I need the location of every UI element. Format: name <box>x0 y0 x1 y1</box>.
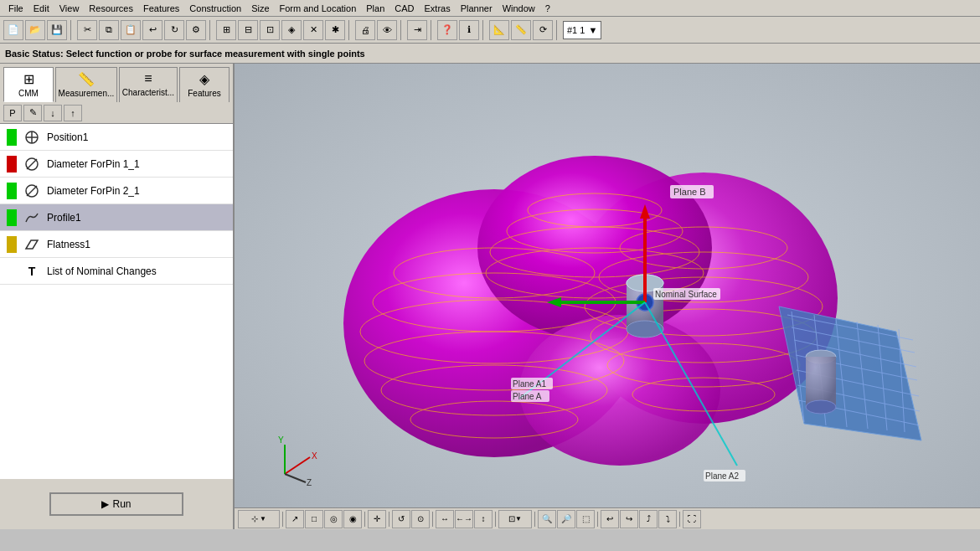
feature-color-diameter1 <box>7 156 17 173</box>
feature-color-flatness1 <box>7 236 17 253</box>
menu-extras[interactable]: Extras <box>420 2 456 15</box>
menu-window[interactable]: Window <box>498 2 540 15</box>
toolbar-b4[interactable]: ◈ <box>281 20 302 40</box>
dropdown-arrow-icon[interactable]: ▼ <box>588 25 597 35</box>
tab-cmm[interactable]: ⊞ CMM <box>3 67 54 102</box>
toolbar-paste[interactable]: 📋 <box>121 20 141 40</box>
toolbar-rotate[interactable]: ↻ <box>164 20 184 40</box>
feature-label-profile1: Profile1 <box>47 212 81 224</box>
toolbar-info[interactable]: ℹ <box>459 20 479 40</box>
bt-dropdown2[interactable]: ⊡ ▼ <box>498 510 532 528</box>
menu-help[interactable]: ? <box>540 2 555 15</box>
feature-item-nominal-changes[interactable]: T List of Nominal Changes <box>0 258 233 285</box>
toolbar-new[interactable]: 📄 <box>3 20 23 40</box>
svg-point-12 <box>519 315 720 466</box>
feature-item-flatness1[interactable]: Flatness1 <box>0 231 233 258</box>
menu-form-location[interactable]: Form and Location <box>275 2 362 15</box>
toolbar-print[interactable]: 🖨 <box>355 20 375 40</box>
menu-edit[interactable]: Edit <box>28 2 54 15</box>
toolbar-sep1 <box>70 20 74 40</box>
toolbar-b6[interactable]: ✱ <box>325 20 345 40</box>
toolbar-b5[interactable]: ✕ <box>303 20 323 40</box>
bt-zoom-window[interactable]: ⬚ <box>576 510 595 528</box>
bt-zoom-in[interactable]: 🔎 <box>557 510 575 528</box>
menu-planner[interactable]: Planner <box>456 2 498 15</box>
bt-btn3[interactable]: ◎ <box>324 510 343 528</box>
menu-resources[interactable]: Resources <box>84 2 138 15</box>
menu-construction[interactable]: Construction <box>184 2 246 15</box>
bt-translate[interactable]: ↔ <box>436 510 454 528</box>
menu-view[interactable]: View <box>54 2 85 15</box>
tab-characteristics[interactable]: ≡ Characterist... <box>119 67 178 102</box>
bt-rotate-down[interactable]: ⤵ <box>658 510 677 528</box>
bt-sep1 <box>282 512 283 527</box>
toolbar-undo[interactable]: ↩ <box>142 20 162 40</box>
pointer-dropdown-icon[interactable]: ▼ <box>260 515 266 523</box>
position-icon <box>23 129 40 146</box>
menu-file[interactable]: File <box>3 2 28 15</box>
up-icon: ↑ <box>70 108 75 118</box>
bt-fullscreen[interactable]: ⛶ <box>683 510 701 528</box>
panel-up-btn[interactable]: ↑ <box>64 105 82 121</box>
bt-rotate-right[interactable]: ↪ <box>620 510 638 528</box>
bt-btn6[interactable]: ↺ <box>392 510 410 528</box>
bt-rotate-up[interactable]: ⤴ <box>639 510 658 528</box>
menu-cad[interactable]: CAD <box>389 2 419 15</box>
toolbar-measure2[interactable]: 📏 <box>511 20 531 40</box>
toolbar-measure1[interactable]: 📐 <box>489 20 509 40</box>
toolbar-dropdown[interactable]: #1 1 ▼ <box>563 21 601 39</box>
svg-text:Plane A2: Plane A2 <box>705 471 739 481</box>
tab-features[interactable]: ◈ Features <box>179 67 230 102</box>
tab-cmm-label: CMM <box>18 89 39 98</box>
menu-features[interactable]: Features <box>138 2 184 15</box>
toolbar-copy[interactable]: ⧉ <box>99 20 119 40</box>
toolbar-open[interactable]: 📂 <box>25 20 45 40</box>
bt-sep4 <box>432 512 433 527</box>
panel-pencil-btn[interactable]: ✎ <box>23 105 42 121</box>
bt-btn7[interactable]: ⊙ <box>411 510 430 528</box>
bt-btn2[interactable]: □ <box>305 510 323 528</box>
bt-rotate-left[interactable]: ↩ <box>601 510 619 528</box>
viewport[interactable]: Plane B Nominal Surface Plane A1 Plane A… <box>235 64 980 529</box>
toolbar-sep7 <box>556 20 560 40</box>
bt-pointer[interactable]: ⊹ ▼ <box>238 510 280 528</box>
toolbar-b3[interactable]: ⊡ <box>260 20 280 40</box>
status-bar: Basic Status: Select function or probe f… <box>0 44 980 64</box>
toolbar-preview[interactable]: 👁 <box>377 20 397 40</box>
bt-translate3[interactable]: ↕ <box>474 510 493 528</box>
panel-p-btn[interactable]: P <box>3 105 22 121</box>
toolbar-save[interactable]: 💾 <box>47 20 67 40</box>
bt-btn5[interactable]: ✛ <box>368 510 386 528</box>
toolbar-measure3[interactable]: ⟳ <box>533 20 553 40</box>
bt-sep5 <box>495 512 496 527</box>
toolbar-b1[interactable]: ⊞ <box>216 20 236 40</box>
panel-down-btn[interactable]: ↓ <box>44 105 62 121</box>
menu-plan[interactable]: Plan <box>361 2 389 15</box>
svg-text:Z: Z <box>307 478 312 487</box>
left-panel: ⊞ CMM 📏 Measuremen... ≡ Characterist... … <box>0 64 235 529</box>
feature-item-diameter2[interactable]: Diameter ForPin 2_1 <box>0 178 233 204</box>
menu-size[interactable]: Size <box>246 2 274 15</box>
bt-btn4[interactable]: ◉ <box>343 510 362 528</box>
tab-measurement[interactable]: 📏 Measuremen... <box>55 67 117 102</box>
feature-item-diameter1[interactable]: Diameter ForPin 1_1 <box>0 151 233 178</box>
toolbar-export[interactable]: ⇥ <box>407 20 427 40</box>
bt-zoom-out[interactable]: 🔍 <box>538 510 556 528</box>
svg-text:X: X <box>312 451 317 461</box>
bt-translate2[interactable]: ←→ <box>455 510 473 528</box>
feature-item-position1[interactable]: Position1 <box>0 124 233 151</box>
toolbar-settings[interactable]: ⚙ <box>186 20 206 40</box>
svg-text:Nominal Surface: Nominal Surface <box>655 290 717 299</box>
zoom-fit-dropdown-icon[interactable]: ▼ <box>515 515 522 523</box>
feature-color-nominal <box>7 263 17 280</box>
pointer-icon: ⊹ <box>251 514 258 523</box>
toolbar-b2[interactable]: ⊟ <box>238 20 258 40</box>
toolbar-cut[interactable]: ✂ <box>77 20 97 40</box>
svg-text:Plane A: Plane A <box>513 392 542 401</box>
run-button[interactable]: ▶ Run <box>49 492 183 516</box>
toolbar-help[interactable]: ❓ <box>437 20 457 40</box>
bt-sep8 <box>679 512 680 527</box>
feature-item-profile1[interactable]: Profile1 <box>0 204 233 231</box>
bt-btn1[interactable]: ↗ <box>286 510 304 528</box>
feature-label-position1: Position1 <box>47 131 88 143</box>
